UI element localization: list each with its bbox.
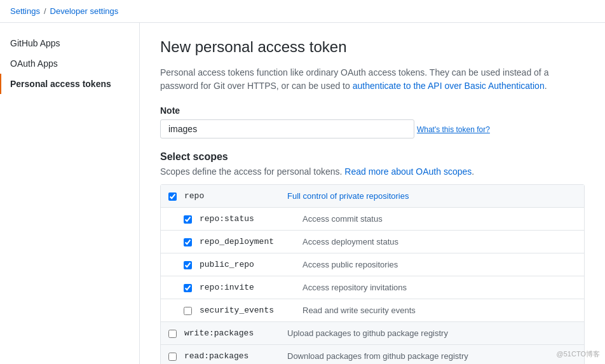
scope-name-repo: repo xyxy=(184,191,280,201)
scope-checkbox-repo[interactable] xyxy=(168,192,177,201)
scope-row-repo-status: repo:status Access commit status xyxy=(161,208,584,231)
note-label: Note xyxy=(160,105,585,116)
scope-checkbox-repo-invite[interactable] xyxy=(184,284,192,292)
note-input[interactable] xyxy=(160,119,414,138)
scopes-description: Scopes define the access for personal to… xyxy=(160,166,585,177)
scope-name-repo-status: repo:status xyxy=(200,214,295,224)
scope-desc-repo: Full control of private repositories xyxy=(287,191,576,201)
scope-row-repo-deployment: repo_deployment Access deployment status xyxy=(161,231,584,253)
scope-desc-write-packages: Upload packages to github package regist… xyxy=(287,328,576,338)
breadcrumb: Settings / Developer settings xyxy=(0,0,605,23)
scopes-section: Select scopes Scopes define the access f… xyxy=(160,151,585,364)
scope-name-repo-deployment: repo_deployment xyxy=(200,237,295,246)
scope-checkbox-read-packages[interactable] xyxy=(168,353,177,361)
scope-desc-security-events: Read and write security events xyxy=(302,306,576,315)
scope-desc-public-repo: Access public repositories xyxy=(302,260,576,269)
breadcrumb-separator: / xyxy=(44,6,46,16)
scope-row-repo: repo Full control of private repositorie… xyxy=(161,185,584,208)
scope-name-repo-invite: repo:invite xyxy=(200,283,295,292)
scope-name-public-repo: public_repo xyxy=(200,260,295,269)
page-description: Personal access tokens function like ord… xyxy=(160,66,585,93)
scopes-title: Select scopes xyxy=(160,151,585,163)
scope-row-public-repo: public_repo Access public repositories xyxy=(161,253,584,276)
scope-row-security-events: security_events Read and write security … xyxy=(161,299,584,322)
scope-checkbox-write-packages[interactable] xyxy=(168,330,177,338)
what-is-this-link[interactable]: What's this token for? xyxy=(417,125,490,134)
scopes-table: repo Full control of private repositorie… xyxy=(160,184,585,364)
watermark: @51CTO博客 xyxy=(557,349,600,359)
main-content: New personal access token Personal acces… xyxy=(140,23,605,364)
scope-row-repo-invite: repo:invite Access repository invitation… xyxy=(161,276,584,299)
scope-desc-repo-invite: Access repository invitations xyxy=(302,283,576,292)
auth-link[interactable]: authenticate to the API over Basic Authe… xyxy=(353,81,545,91)
oauth-scopes-link[interactable]: Read more about OAuth scopes xyxy=(344,166,472,177)
sidebar-item-personal-access-tokens[interactable]: Personal access tokens xyxy=(0,74,139,94)
scope-desc-read-packages: Download packages from github package re… xyxy=(287,351,576,361)
scope-row-read-packages: read:packages Download packages from git… xyxy=(161,345,584,364)
sidebar-item-github-apps[interactable]: GitHub Apps xyxy=(0,33,139,53)
scope-checkbox-public-repo[interactable] xyxy=(184,261,192,269)
scope-checkbox-repo-status[interactable] xyxy=(184,215,192,224)
scope-checkbox-repo-deployment[interactable] xyxy=(184,238,192,246)
scope-row-write-packages: write:packages Upload packages to github… xyxy=(161,322,584,345)
sidebar-item-oauth-apps[interactable]: OAuth Apps xyxy=(0,53,139,74)
note-form-group: Note What's this token for? xyxy=(160,105,585,138)
scope-name-security-events: security_events xyxy=(200,306,295,315)
scope-desc-repo-deployment: Access deployment status xyxy=(302,237,576,246)
page-title: New personal access token xyxy=(160,38,585,56)
scope-desc-repo-status: Access commit status xyxy=(302,214,576,224)
scope-name-read-packages: read:packages xyxy=(184,351,280,361)
scope-name-write-packages: write:packages xyxy=(184,328,280,338)
breadcrumb-settings[interactable]: Settings xyxy=(10,6,40,16)
scope-checkbox-security-events[interactable] xyxy=(184,307,192,315)
breadcrumb-developer-settings[interactable]: Developer settings xyxy=(50,6,119,16)
sidebar: GitHub Apps OAuth Apps Personal access t… xyxy=(0,23,140,364)
